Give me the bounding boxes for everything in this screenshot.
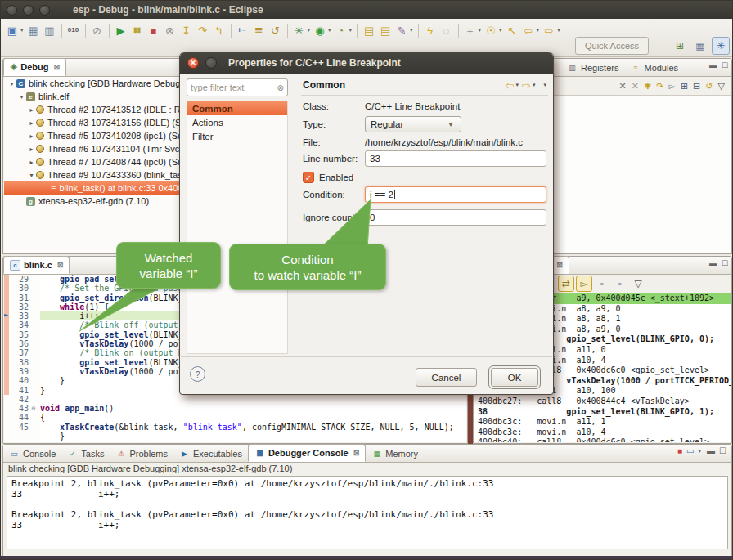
enabled-checkbox[interactable]: ✓ — [303, 172, 314, 183]
editor-gutter[interactable]: 34 — [4, 320, 40, 329]
step-over-icon[interactable]: ↷ — [195, 22, 211, 38]
editor-gutter[interactable]: 42 — [4, 395, 40, 404]
resume-icon[interactable]: ▶ — [113, 22, 129, 38]
editor-gutter[interactable]: 45 — [4, 423, 40, 432]
close-icon[interactable]: ⊠ — [353, 449, 360, 457]
tab-memory[interactable]: ▦Memory — [366, 446, 424, 462]
save-all-icon[interactable]: ▥ — [42, 22, 58, 38]
sync-selection-icon[interactable]: ⇄ — [558, 276, 574, 292]
back-icon[interactable]: ⇦ — [506, 79, 515, 92]
dialog-section-actions[interactable]: Actions — [187, 115, 287, 129]
editor-gutter[interactable]: 41 — [4, 386, 40, 395]
editor-gutter[interactable]: 31 — [4, 293, 40, 302]
skip-breakpoints-icon[interactable]: ⊘ — [89, 22, 106, 38]
ok-button[interactable]: OK — [491, 368, 538, 387]
expander-icon[interactable]: ▸ — [27, 159, 36, 166]
editor-gutter[interactable]: 38 — [4, 358, 40, 367]
run-icon[interactable]: ◉ — [312, 22, 328, 38]
restart-icon[interactable]: ↺ — [268, 22, 284, 38]
editor-gutter[interactable]: 39 — [4, 367, 40, 376]
select-icon[interactable]: ▻ — [668, 81, 675, 92]
view-menu-icon[interactable]: ▽ — [718, 81, 725, 92]
breakpoint-arrow-icon[interactable]: ► — [4, 311, 8, 320]
restore-default-groups-icon[interactable]: ↷ — [656, 81, 663, 92]
quick-access-button[interactable]: Quick Access — [575, 37, 649, 55]
expander-icon[interactable]: ▸ — [27, 132, 36, 140]
binary-file-icon[interactable]: 010 — [65, 22, 82, 38]
tab-registers[interactable]: ▥ Registers — [561, 60, 624, 76]
ignore-count-input[interactable]: 0 — [365, 209, 546, 226]
maximize-icon[interactable]: ☐ — [722, 61, 728, 69]
close-icon[interactable]: ⊠ — [53, 63, 60, 71]
bulb-icon[interactable]: ☉ — [483, 22, 499, 38]
expander-icon[interactable]: ▸ — [27, 119, 36, 127]
tree-item[interactable]: ▾Cblink checking [GDB Hardware Debug — [4, 77, 186, 90]
dialog-close-icon[interactable]: ✕ — [187, 57, 199, 69]
window-maximize-icon[interactable] — [39, 5, 50, 16]
tab-executables[interactable]: ▶Executables — [173, 446, 248, 462]
display-console-icon[interactable]: ▭ — [686, 446, 694, 455]
editor-gutter[interactable]: 37 — [4, 348, 40, 357]
cdt-perspective-icon[interactable]: ▦ — [691, 37, 709, 55]
line-number-input[interactable]: 33 — [365, 150, 546, 167]
dialog-menu-icon[interactable] — [205, 57, 217, 69]
editor-gutter[interactable]: 43⊖ — [4, 404, 40, 413]
tab-modules[interactable]: ≡ Modules — [624, 60, 684, 76]
tree-item[interactable]: ▾Thread #9 1073433360 (blink_task : — [4, 168, 186, 181]
show-debug-view-icon[interactable]: ≣ — [251, 22, 268, 38]
minimize-icon[interactable]: ▬ — [709, 259, 717, 267]
collapse-all-icon[interactable]: ⊟ — [693, 81, 700, 92]
window-minimize-icon[interactable] — [23, 5, 34, 16]
step-return-icon[interactable]: ↰ — [211, 22, 227, 38]
instruction-stepping-icon[interactable]: i→ — [235, 22, 251, 38]
new-view-icon[interactable]: ▫ — [594, 276, 610, 292]
cancel-button[interactable]: Cancel — [416, 368, 477, 387]
tab-blink-c[interactable]: c blink.c ⊠ — [3, 256, 70, 274]
filter-input[interactable]: type filter text ⊗ — [187, 78, 288, 96]
layout-icon[interactable]: ↺ — [705, 81, 713, 92]
pin-view-icon[interactable]: ▫ — [612, 276, 628, 292]
add-register-group-icon[interactable]: ✱ — [644, 81, 651, 92]
pin-editor-icon[interactable]: ＋ — [462, 22, 479, 38]
back-icon[interactable]: ⇦ — [520, 22, 537, 38]
world-icon[interactable]: ◌ — [438, 22, 455, 38]
type-dropdown[interactable]: Regular▼ — [365, 116, 461, 132]
debug-perspective-icon[interactable]: ✳ — [712, 37, 730, 55]
terminate-console-icon[interactable]: ■ — [677, 446, 682, 455]
editor-gutter[interactable]: 29 — [4, 275, 40, 284]
editor-gutter[interactable] — [4, 432, 40, 441]
tree-item[interactable]: ▸Thread #5 1073410208 (ipc1) (Susp — [4, 129, 186, 142]
editor-gutter[interactable]: 35 — [4, 330, 40, 339]
tab-console[interactable]: ▭Console — [3, 446, 61, 462]
tree-item[interactable]: ≡blink_task() at blink.c:33 0x400db — [4, 181, 186, 195]
remove-register-group-icon[interactable]: ✕ — [619, 81, 627, 92]
expander-icon[interactable]: ▾ — [17, 93, 26, 101]
tree-item[interactable]: ▾eblink.elf — [4, 90, 186, 103]
follow-pc-icon[interactable]: ▻ — [576, 276, 592, 292]
help-button[interactable]: ? — [190, 366, 205, 382]
expand-all-icon[interactable]: ⊞ — [681, 81, 688, 92]
editor-gutter[interactable]: 40 — [4, 376, 40, 385]
editor-gutter[interactable]: 36 — [4, 339, 40, 348]
tree-item[interactable]: ▸Thread #3 1073413156 (IDLE) (Susp — [4, 116, 186, 129]
condition-input[interactable]: i == 2 — [365, 186, 546, 203]
tab-debugger-console[interactable]: ▦Debugger Console⊠ — [248, 444, 366, 462]
flash-icon[interactable]: ϟ — [422, 22, 438, 38]
minimize-icon[interactable]: ▬ — [709, 61, 717, 69]
forward-icon[interactable]: ⇨ — [541, 22, 557, 38]
terminate-icon[interactable]: ■ — [146, 22, 162, 38]
external-tools-icon[interactable]: ◔ — [333, 22, 349, 38]
new-wizard-icon[interactable]: ▣ — [4, 22, 20, 38]
suspend-icon[interactable]: ▮▮ — [129, 22, 146, 38]
fold-minus-icon[interactable]: ⊖ — [29, 404, 38, 413]
close-icon[interactable]: ⊠ — [57, 261, 64, 269]
import-folder-icon[interactable]: ▤ — [377, 22, 393, 38]
console-output[interactable]: Breakpoint 2, blink_task (pvParameter=0x… — [7, 476, 728, 549]
tab-debug[interactable]: ✳ Debug ⊠ — [3, 58, 66, 76]
dialog-section-filter[interactable]: Filter — [187, 129, 287, 143]
clear-filter-icon[interactable]: ⊗ — [277, 83, 284, 92]
editor-gutter[interactable]: 33► — [4, 311, 40, 320]
tree-item[interactable]: ▸Thread #7 1073408744 (ipc0) (Susp — [4, 155, 186, 168]
maximize-icon[interactable]: ☐ — [719, 446, 726, 455]
debug-icon[interactable]: ✳ — [291, 22, 308, 38]
